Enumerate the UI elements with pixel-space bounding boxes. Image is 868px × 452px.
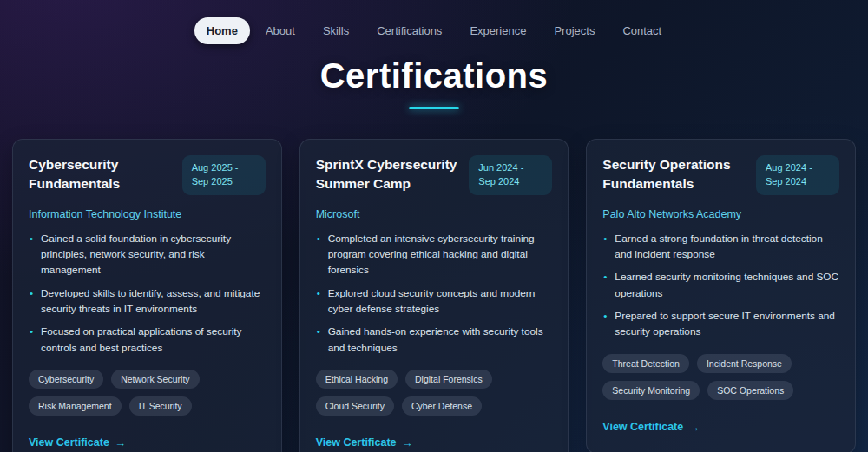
tag-pill: Threat Detection [602, 354, 689, 373]
tag-pill: Risk Management [29, 396, 122, 416]
page-title: Certifications [0, 56, 868, 95]
bullet-item: Gained a solid foundation in cybersecuri… [29, 231, 266, 278]
nav-item-certifications[interactable]: Certifications [365, 17, 454, 44]
tag-list: Threat Detection Incident Response Secur… [602, 354, 839, 400]
certifications-grid: Cybersecurity Fundamentals Aug 2025 - Se… [0, 139, 868, 452]
arrow-right-icon: → [115, 436, 126, 449]
card-header: Cybersecurity Fundamentals Aug 2025 - Se… [29, 155, 266, 195]
issuer-name: Information Technology Institute [29, 208, 266, 220]
tag-pill: Cloud Security [316, 396, 394, 416]
card-title: SprintX Cybersecurity Summer Camp [316, 155, 461, 193]
certification-card: SprintX Cybersecurity Summer Camp Jun 20… [299, 139, 569, 452]
bullet-item: Prepared to support secure IT environmen… [602, 308, 839, 340]
nav-item-home[interactable]: Home [194, 17, 250, 44]
bullet-item: Completed an intensive cybersecurity tra… [316, 231, 553, 278]
bullet-list: Earned a strong foundation in threat det… [602, 231, 839, 340]
tag-pill: Digital Forensics [405, 370, 492, 389]
view-certificate-link[interactable]: View Certificate → [29, 436, 126, 449]
card-header: Security Operations Fundamentals Aug 202… [602, 155, 839, 195]
tag-pill: Security Monitoring [602, 381, 700, 400]
view-certificate-link[interactable]: View Certificate → [602, 421, 700, 434]
bullet-item: Learned security monitoring techniques a… [602, 269, 839, 301]
tag-pill: SOC Operations [707, 381, 793, 400]
view-certificate-label: View Certificate [316, 436, 397, 449]
tag-pill: Ethical Hacking [316, 370, 398, 389]
date-badge: Aug 2025 - Sep 2025 [182, 155, 266, 195]
arrow-right-icon: → [688, 421, 700, 434]
issuer-name: Microsoft [316, 208, 553, 220]
tag-list: Cybersecurity Network Security Risk Mana… [29, 370, 266, 416]
tag-pill: Network Security [111, 370, 199, 389]
view-certificate-label: View Certificate [29, 436, 109, 449]
nav-item-about[interactable]: About [253, 17, 307, 44]
top-nav: Home About Skills Certifications Experie… [0, 0, 868, 44]
date-badge: Aug 2024 - Sep 2024 [756, 155, 839, 195]
nav-item-contact[interactable]: Contact [610, 17, 674, 44]
issuer-name: Palo Alto Networks Academy [602, 208, 839, 220]
tag-pill: Cyber Defense [402, 396, 482, 416]
nav-item-experience[interactable]: Experience [457, 17, 538, 44]
nav-item-skills[interactable]: Skills [311, 17, 361, 44]
nav-item-projects[interactable]: Projects [542, 17, 607, 44]
card-title: Security Operations Fundamentals [602, 155, 747, 193]
bullet-item: Focused on practical applications of sec… [29, 324, 266, 356]
card-header: SprintX Cybersecurity Summer Camp Jun 20… [316, 155, 553, 195]
tag-pill: Cybersecurity [29, 370, 103, 389]
tag-list: Ethical Hacking Digital Forensics Cloud … [316, 370, 553, 416]
bullet-item: Earned a strong foundation in threat det… [602, 231, 839, 263]
tag-pill: Incident Response [697, 354, 792, 373]
bullet-list: Gained a solid foundation in cybersecuri… [29, 231, 266, 356]
card-title: Cybersecurity Fundamentals [29, 155, 174, 193]
date-badge: Jun 2024 - Sep 2024 [469, 155, 552, 195]
bullet-list: Completed an intensive cybersecurity tra… [316, 231, 553, 356]
certification-card: Security Operations Fundamentals Aug 202… [586, 139, 856, 452]
arrow-right-icon: → [402, 436, 413, 449]
bullet-item: Gained hands-on experience with security… [316, 324, 553, 356]
bullet-item: Developed skills to identify, assess, an… [29, 285, 266, 318]
bullet-item: Explored cloud security concepts and mod… [316, 285, 553, 318]
tag-pill: IT Security [129, 396, 192, 416]
view-certificate-link[interactable]: View Certificate → [316, 436, 413, 449]
certification-card: Cybersecurity Fundamentals Aug 2025 - Se… [12, 139, 282, 452]
title-underline [409, 107, 459, 109]
view-certificate-label: View Certificate [602, 421, 683, 433]
